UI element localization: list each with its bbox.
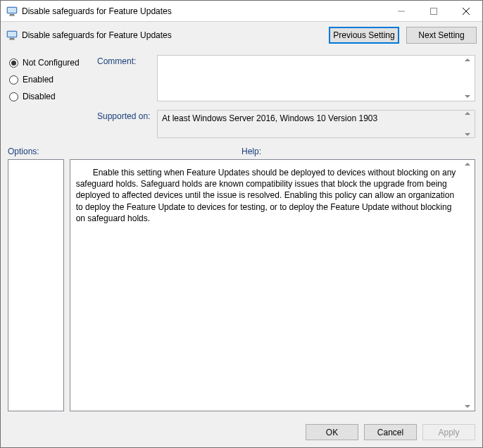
svg-rect-5 [431, 8, 437, 14]
radio-label-enabled: Enabled [23, 75, 54, 85]
ok-label: OK [326, 428, 338, 437]
next-setting-label: Next Setting [418, 30, 464, 40]
options-panel [8, 159, 64, 411]
maximize-button[interactable] [418, 1, 450, 22]
policy-title: Disable safeguards for Feature Updates [22, 30, 172, 40]
svg-rect-9 [8, 32, 16, 37]
previous-setting-label: Previous Setting [333, 30, 394, 40]
radio-label-disabled: Disabled [23, 92, 56, 101]
supported-on-label: Supported on: [97, 110, 157, 138]
comment-label: Comment: [97, 55, 157, 101]
settings-area: Not Configured Enabled Disabled Comment:… [1, 51, 482, 144]
state-radio-group: Not Configured Enabled Disabled [9, 55, 97, 138]
radio-enabled[interactable]: Enabled [9, 75, 97, 85]
close-button[interactable] [450, 1, 482, 22]
mid-section: Options: Help: Enable this setting when … [1, 144, 482, 418]
help-panel: Enable this setting when Feature Updates… [70, 159, 475, 411]
cancel-button[interactable]: Cancel [364, 424, 417, 440]
options-label: Options: [8, 147, 242, 156]
radio-circle-icon [9, 75, 18, 85]
apply-label: Apply [438, 428, 459, 437]
next-setting-button[interactable]: Next Setting [406, 27, 477, 44]
comment-textbox[interactable] [157, 55, 475, 101]
comment-scroll [463, 58, 472, 98]
title-bar: Disable safeguards for Feature Updates [1, 1, 482, 22]
radio-label-not-configured: Not Configured [23, 58, 80, 68]
apply-button: Apply [422, 424, 475, 440]
radio-not-configured[interactable]: Not Configured [9, 58, 97, 68]
radio-disabled[interactable]: Disabled [9, 92, 97, 101]
scroll-up-icon[interactable] [465, 163, 470, 166]
gpo-dialog-window: Disable safeguards for Feature Updates D… [0, 0, 483, 448]
svg-rect-10 [10, 38, 14, 39]
supported-on-value: At least Windows Server 2016, Windows 10… [162, 113, 377, 123]
scroll-up-icon[interactable] [465, 112, 470, 115]
help-scroll [463, 163, 472, 408]
window-title: Disable safeguards for Feature Updates [22, 6, 172, 16]
supported-on-textbox: At least Windows Server 2016, Windows 10… [157, 110, 475, 138]
svg-rect-3 [9, 15, 15, 15]
scroll-up-icon[interactable] [465, 58, 470, 61]
radio-circle-icon [9, 92, 18, 101]
help-text: Enable this setting when Feature Updates… [76, 167, 459, 224]
cancel-label: Cancel [377, 428, 403, 437]
svg-rect-11 [9, 39, 15, 40]
policy-icon [6, 30, 18, 41]
minimize-button[interactable] [385, 1, 418, 22]
radio-dot-icon [9, 58, 18, 68]
help-label: Help: [242, 147, 261, 156]
ok-button[interactable]: OK [306, 424, 358, 440]
header-strip: Disable safeguards for Feature Updates P… [1, 22, 482, 51]
previous-setting-button[interactable]: Previous Setting [329, 27, 399, 44]
svg-rect-1 [8, 8, 16, 13]
scroll-down-icon[interactable] [465, 95, 470, 98]
fields-column: Comment: Supported on: At least Windows … [97, 55, 475, 138]
svg-rect-2 [10, 14, 14, 15]
footer-buttons: OK Cancel Apply [1, 418, 482, 447]
scroll-down-icon[interactable] [465, 405, 470, 408]
gpo-app-icon [6, 6, 18, 17]
scroll-down-icon[interactable] [465, 133, 470, 136]
supported-scroll [463, 112, 472, 136]
